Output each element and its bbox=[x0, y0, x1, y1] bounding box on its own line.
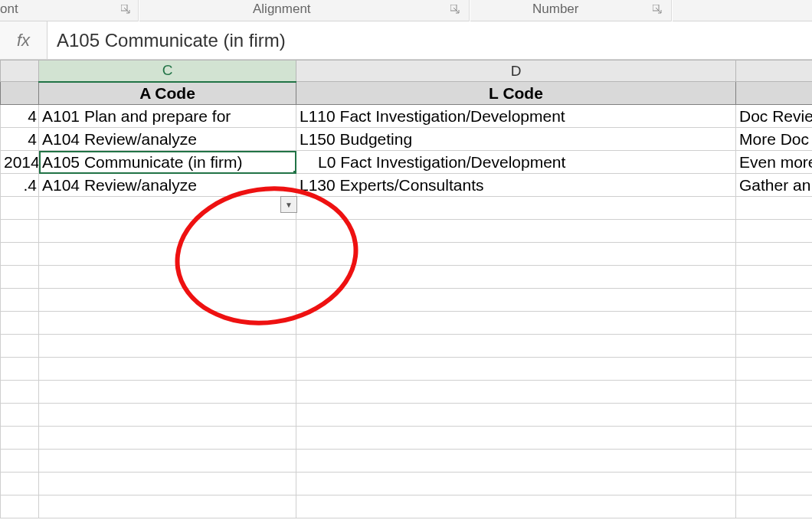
cell-header-lcode[interactable]: L Code bbox=[296, 82, 736, 105]
cell[interactable] bbox=[39, 404, 296, 427]
cell[interactable] bbox=[736, 289, 813, 312]
cell[interactable]: 2014 bbox=[1, 151, 39, 174]
cell[interactable] bbox=[736, 220, 813, 243]
cell[interactable]: A104 Review/analyze bbox=[39, 174, 296, 197]
cell[interactable] bbox=[1, 404, 39, 427]
cell[interactable] bbox=[39, 427, 296, 450]
column-header[interactable] bbox=[736, 61, 813, 82]
cell[interactable] bbox=[1, 312, 39, 335]
cell[interactable] bbox=[39, 312, 296, 335]
cell[interactable] bbox=[736, 358, 813, 381]
cell[interactable] bbox=[296, 381, 736, 404]
table-row bbox=[1, 358, 813, 381]
cell[interactable] bbox=[1, 427, 39, 450]
table-row bbox=[1, 289, 813, 312]
cell[interactable] bbox=[39, 243, 296, 266]
cell[interactable] bbox=[1, 289, 39, 312]
table-row bbox=[1, 495, 813, 518]
column-header-selected[interactable]: C bbox=[39, 61, 296, 82]
cell[interactable]: A104 Review/analyze bbox=[39, 128, 296, 151]
cell[interactable]: L130 Experts/Consultants bbox=[296, 174, 736, 197]
cell[interactable] bbox=[736, 381, 813, 404]
cell[interactable] bbox=[736, 404, 813, 427]
dialog-launcher-icon[interactable] bbox=[120, 3, 132, 15]
cell[interactable]: 4 bbox=[1, 105, 39, 128]
chevron-down-icon: ▼ bbox=[285, 201, 293, 209]
cell[interactable] bbox=[736, 82, 813, 105]
formula-input[interactable] bbox=[47, 21, 812, 59]
cell[interactable]: Gather an bbox=[736, 174, 813, 197]
cell-selected[interactable]: A105 Communicate (in firm) bbox=[39, 151, 296, 174]
cell[interactable]: .4 bbox=[1, 174, 39, 197]
cell[interactable] bbox=[1, 243, 39, 266]
cell[interactable] bbox=[1, 335, 39, 358]
table-row bbox=[1, 473, 813, 495]
cell[interactable] bbox=[39, 266, 296, 289]
dialog-launcher-icon[interactable] bbox=[449, 3, 461, 15]
cell[interactable] bbox=[296, 450, 736, 473]
cell[interactable] bbox=[39, 220, 296, 243]
cell[interactable] bbox=[1, 266, 39, 289]
cell[interactable] bbox=[39, 473, 296, 495]
cell[interactable] bbox=[736, 473, 813, 495]
validation-dropdown-button[interactable]: ▼ bbox=[280, 196, 297, 213]
ribbon-separator bbox=[138, 0, 139, 21]
cell[interactable] bbox=[296, 473, 736, 495]
ribbon-separator bbox=[671, 0, 673, 21]
cell[interactable] bbox=[736, 197, 813, 220]
cell[interactable] bbox=[736, 335, 813, 358]
cell[interactable] bbox=[736, 427, 813, 450]
cell[interactable]: Doc Revie bbox=[736, 105, 813, 128]
column-header-row: C D bbox=[1, 61, 813, 82]
fx-button[interactable]: fx bbox=[0, 21, 47, 59]
cell[interactable] bbox=[296, 243, 736, 266]
table-row bbox=[1, 243, 813, 266]
column-header[interactable] bbox=[1, 61, 39, 82]
cell[interactable] bbox=[296, 289, 736, 312]
cell[interactable] bbox=[1, 450, 39, 473]
table-row: 4 A104 Review/analyze L150 Budgeting Mor… bbox=[1, 128, 813, 151]
cell[interactable] bbox=[1, 358, 39, 381]
cell[interactable] bbox=[39, 450, 296, 473]
cell[interactable] bbox=[296, 335, 736, 358]
cell[interactable] bbox=[296, 495, 736, 518]
cell[interactable] bbox=[1, 473, 39, 495]
cell[interactable] bbox=[39, 495, 296, 518]
ribbon-group-number: Number bbox=[532, 2, 578, 20]
cell[interactable] bbox=[296, 220, 736, 243]
cell[interactable] bbox=[296, 266, 736, 289]
cell[interactable]: L0 Fact Investigation/Development bbox=[296, 151, 736, 174]
cell[interactable]: Even more bbox=[736, 151, 813, 174]
cell[interactable] bbox=[736, 243, 813, 266]
cell[interactable] bbox=[736, 495, 813, 518]
cell[interactable]: L110 Fact Investigation/Development bbox=[296, 105, 736, 128]
cell[interactable] bbox=[39, 335, 296, 358]
cell[interactable] bbox=[296, 404, 736, 427]
cell[interactable]: More Doc bbox=[736, 128, 813, 151]
cell[interactable] bbox=[296, 358, 736, 381]
cell[interactable] bbox=[1, 197, 39, 220]
cell[interactable] bbox=[736, 312, 813, 335]
spreadsheet-grid[interactable]: C D A Code L Code 4 A101 Plan and prepar… bbox=[0, 60, 812, 518]
dialog-launcher-icon[interactable] bbox=[651, 3, 663, 15]
cell[interactable] bbox=[1, 381, 39, 404]
cell[interactable] bbox=[1, 82, 39, 105]
cell[interactable] bbox=[39, 381, 296, 404]
cell-header-acode[interactable]: A Code bbox=[39, 82, 296, 105]
cell[interactable]: 4 bbox=[1, 128, 39, 151]
cell[interactable] bbox=[296, 197, 736, 220]
ribbon-group-labels: ont Alignment Number bbox=[0, 0, 812, 21]
cell[interactable] bbox=[296, 312, 736, 335]
cell[interactable] bbox=[39, 358, 296, 381]
cell[interactable] bbox=[1, 495, 39, 518]
cell[interactable] bbox=[296, 427, 736, 450]
ribbon-group-alignment: Alignment bbox=[253, 2, 311, 20]
cell[interactable] bbox=[736, 266, 813, 289]
cell[interactable]: A101 Plan and prepare for bbox=[39, 105, 296, 128]
cell[interactable] bbox=[39, 289, 296, 312]
cell[interactable] bbox=[39, 197, 296, 220]
column-header[interactable]: D bbox=[296, 61, 736, 82]
cell[interactable]: L150 Budgeting bbox=[296, 128, 736, 151]
cell[interactable] bbox=[1, 220, 39, 243]
cell[interactable] bbox=[736, 450, 813, 473]
